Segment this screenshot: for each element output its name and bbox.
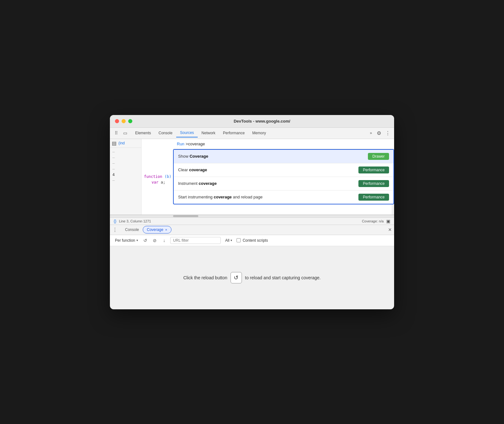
cmd-result-text-4: Start instrumenting coverage and reload …: [178, 195, 262, 199]
coverage-empty-state: Click the reload button ↺ to reload and …: [110, 246, 394, 309]
horizontal-scrollbar[interactable]: [110, 215, 394, 217]
clear-coverage-icon[interactable]: ⊘: [151, 237, 158, 244]
sources-area: ▤ (ind – – – – 4 –: [110, 139, 394, 215]
drawer-menu-icon[interactable]: ⋮: [112, 227, 117, 233]
device-icon[interactable]: ▭: [121, 129, 129, 137]
tab-performance[interactable]: Performance: [219, 129, 249, 137]
devtools-nav: ⠿ ▭ Elements Console Sources Network Per…: [110, 128, 394, 139]
cmd-result-clear-coverage[interactable]: Clear coverage Performance: [174, 163, 393, 177]
tab-memory[interactable]: Memory: [249, 129, 270, 137]
tab-sources[interactable]: Sources: [176, 129, 198, 137]
status-right: Coverage: n/a ▣: [362, 219, 390, 224]
nav-icons: ⠿ ▭: [112, 129, 129, 137]
cmd-result-text-1: Show Coverage: [178, 154, 208, 159]
cmd-badge-drawer[interactable]: Drawer: [368, 153, 389, 160]
nav-right: » ⚙ ⋮: [368, 129, 392, 137]
minimize-button[interactable]: [122, 119, 126, 123]
command-results: Show Coverage Drawer Clear coverage Perf…: [173, 149, 394, 204]
download-coverage-icon[interactable]: ↓: [161, 237, 168, 244]
line-column-status: Line 3, Column 1271: [119, 219, 151, 223]
editor-area: function (b) { var a; Run >coverage: [141, 139, 394, 215]
settings-icon[interactable]: ⚙: [375, 129, 383, 137]
reload-button-icon[interactable]: ↺: [231, 272, 242, 283]
cmd-badge-performance-1[interactable]: Performance: [358, 167, 389, 173]
cmd-result-text-2: Clear coverage: [178, 167, 207, 172]
close-button[interactable]: [115, 119, 119, 123]
status-left: {} Line 3, Column 1271: [114, 219, 151, 223]
cmd-badge-performance-3[interactable]: Performance: [358, 194, 389, 201]
tab-console[interactable]: Console: [155, 129, 176, 137]
sources-sidebar: ▤ (ind – – – – 4 –: [110, 139, 141, 215]
all-dropdown-arrow-icon: ▾: [231, 239, 232, 242]
sidebar-panel-icon[interactable]: ▤: [112, 140, 117, 146]
status-bar: {} Line 3, Column 1271 Coverage: n/a ▣: [110, 217, 394, 225]
tab-elements[interactable]: Elements: [131, 129, 155, 137]
content-scripts-label-text: Content scripts: [243, 238, 268, 243]
inspector-icon[interactable]: ⠿: [112, 129, 120, 137]
tab-network[interactable]: Network: [198, 129, 219, 137]
coverage-toolbar: Per function ▾ ↺ ⊘ ↓ All ▾ Content scrip…: [110, 235, 394, 246]
command-input-row: Run >coverage: [173, 139, 394, 149]
coverage-message-prefix: Click the reload button: [183, 275, 227, 280]
title-bar: DevTools - www.google.com/: [110, 115, 394, 128]
dock-icon[interactable]: ▣: [386, 219, 390, 224]
all-label: All: [225, 238, 229, 243]
coverage-status: Coverage: n/a: [362, 219, 384, 223]
more-options-icon[interactable]: ⋮: [384, 129, 392, 137]
cmd-result-show-coverage[interactable]: Show Coverage Drawer: [174, 150, 393, 163]
coverage-message-suffix: to reload and start capturing coverage.: [245, 275, 321, 280]
tab-coverage-drawer[interactable]: Coverage ×: [143, 226, 171, 233]
command-query[interactable]: >coverage: [186, 142, 205, 146]
reload-coverage-icon[interactable]: ↺: [142, 237, 149, 244]
drawer-close-icon[interactable]: ×: [388, 227, 392, 233]
command-palette: Run >coverage Show Coverage Drawer Cl: [173, 139, 394, 204]
cmd-badge-performance-2[interactable]: Performance: [358, 180, 389, 187]
cmd-result-start-instrumenting[interactable]: Start instrumenting coverage and reload …: [174, 191, 393, 204]
tab-console-drawer[interactable]: Console: [121, 226, 143, 233]
nav-tabs: Elements Console Sources Network Perform…: [131, 129, 368, 137]
run-label: Run: [177, 142, 184, 146]
cmd-result-instrument-coverage[interactable]: Instrument coverage Performance: [174, 177, 393, 191]
cmd-result-text-3: Instrument coverage: [178, 181, 217, 186]
filter-all-dropdown[interactable]: All ▾: [223, 238, 234, 243]
coverage-tab-close[interactable]: ×: [165, 228, 167, 232]
dropdown-arrow-icon: ▾: [136, 239, 138, 242]
window-title: DevTools - www.google.com/: [135, 119, 389, 124]
per-function-dropdown[interactable]: Per function ▾: [114, 238, 139, 243]
file-label: (ind: [118, 141, 125, 145]
url-filter-input[interactable]: [170, 237, 221, 244]
reload-hint: Click the reload button ↺ to reload and …: [183, 272, 321, 283]
more-tabs-icon[interactable]: »: [368, 130, 374, 136]
coverage-tab-label: Coverage: [147, 227, 163, 232]
format-icon[interactable]: {}: [114, 219, 117, 223]
content-scripts-checkbox[interactable]: [237, 238, 241, 242]
devtools-window: DevTools - www.google.com/ ⠿ ▭ Elements …: [110, 115, 394, 309]
per-function-label: Per function: [115, 238, 135, 243]
traffic-lights: [115, 119, 132, 123]
drawer-tabs: ⋮ Console Coverage × ×: [110, 225, 394, 235]
content-scripts-checkbox-label[interactable]: Content scripts: [237, 238, 268, 243]
maximize-button[interactable]: [128, 119, 132, 123]
